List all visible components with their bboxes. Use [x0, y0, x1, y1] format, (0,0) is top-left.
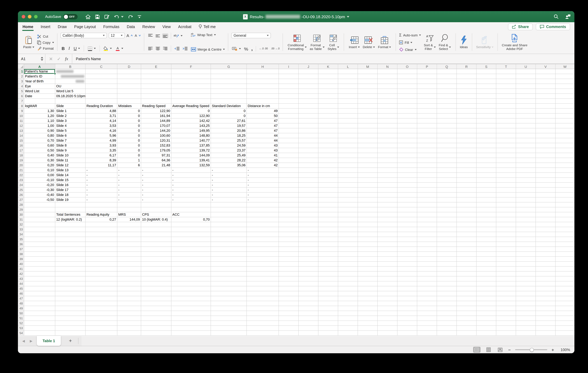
- cell-T27[interactable]: [496, 197, 516, 202]
- cell-W3[interactable]: [556, 79, 574, 84]
- autosave-toggle[interactable]: OFF: [63, 14, 77, 19]
- cell-D13[interactable]: 0: [117, 128, 141, 133]
- cell-Q16[interactable]: [437, 143, 457, 148]
- cell-C1[interactable]: [85, 69, 117, 74]
- cell-O4[interactable]: [398, 84, 417, 89]
- cell-L19[interactable]: [338, 158, 358, 163]
- cell-F1[interactable]: [171, 69, 211, 74]
- select-all-corner[interactable]: [18, 64, 24, 69]
- cell-M16[interactable]: [358, 143, 378, 148]
- cell-L4[interactable]: [338, 84, 358, 89]
- minimize-window-button[interactable]: [28, 15, 32, 19]
- cell-D31[interactable]: 144,09: [117, 217, 141, 222]
- column-header-C[interactable]: C: [85, 64, 117, 69]
- cell-M52[interactable]: [358, 321, 378, 326]
- cell-K18[interactable]: [318, 153, 338, 158]
- cell-S43[interactable]: [476, 276, 496, 281]
- cell-T21[interactable]: [496, 168, 516, 173]
- cell-Q3[interactable]: [437, 79, 457, 84]
- cell-L50[interactable]: [338, 311, 358, 316]
- insert-cells-button[interactable]: Insert: [347, 35, 361, 49]
- cell-V32[interactable]: [536, 222, 556, 227]
- cell-F37[interactable]: [171, 247, 211, 252]
- row-header-47[interactable]: 47: [18, 296, 24, 301]
- cell-P33[interactable]: [417, 227, 437, 232]
- search-icon[interactable]: [554, 14, 559, 19]
- cell-O40[interactable]: [398, 262, 417, 267]
- cell-P25[interactable]: [417, 188, 437, 192]
- row-header-45[interactable]: 45: [18, 286, 24, 291]
- cell-O27[interactable]: [398, 197, 417, 202]
- cell-A5[interactable]: Word List: [24, 89, 55, 94]
- cell-F51[interactable]: [171, 316, 211, 321]
- cell-I38[interactable]: [279, 252, 299, 257]
- cell-W54[interactable]: [556, 331, 574, 336]
- cell-R19[interactable]: [457, 158, 476, 163]
- cell-U22[interactable]: [516, 173, 536, 178]
- cell-V35[interactable]: [536, 237, 556, 242]
- cell-L26[interactable]: [338, 192, 358, 197]
- cell-R5[interactable]: [457, 89, 476, 94]
- cell-C43[interactable]: [85, 276, 117, 281]
- cell-W26[interactable]: [556, 192, 574, 197]
- cell-A18[interactable]: 0,40: [24, 153, 55, 158]
- cell-G44[interactable]: [211, 281, 247, 286]
- cell-W36[interactable]: [556, 242, 574, 247]
- cell-D49[interactable]: [117, 306, 141, 311]
- row-header-30[interactable]: 30: [18, 212, 24, 217]
- cell-K13[interactable]: [318, 128, 338, 133]
- cell-W25[interactable]: [556, 188, 574, 192]
- find-select-button[interactable]: Find & Select: [437, 33, 452, 51]
- cell-K3[interactable]: [318, 79, 338, 84]
- cell-N21[interactable]: [378, 168, 398, 173]
- cell-R35[interactable]: [457, 237, 476, 242]
- cell-E32[interactable]: [141, 222, 171, 227]
- cell-K25[interactable]: [318, 188, 338, 192]
- cell-M6[interactable]: [358, 94, 378, 99]
- cell-G32[interactable]: [211, 222, 247, 227]
- cell-M12[interactable]: [358, 123, 378, 128]
- cell-F14[interactable]: 148,80: [171, 133, 211, 138]
- cell-A32[interactable]: [24, 222, 55, 227]
- cell-A42[interactable]: [24, 272, 55, 276]
- cell-B53[interactable]: [55, 326, 85, 331]
- cell-Q47[interactable]: [437, 296, 457, 301]
- cell-B40[interactable]: [55, 262, 85, 267]
- cell-S17[interactable]: [476, 148, 496, 153]
- cell-V14[interactable]: [536, 133, 556, 138]
- cell-R3[interactable]: [457, 79, 476, 84]
- cell-M4[interactable]: [358, 84, 378, 89]
- save-icon[interactable]: [95, 14, 100, 19]
- format-cells-button[interactable]: Format: [377, 35, 393, 49]
- cell-J15[interactable]: [299, 138, 318, 143]
- row-header-17[interactable]: 17: [18, 148, 24, 153]
- cell-M53[interactable]: [358, 326, 378, 331]
- cell-N3[interactable]: [378, 79, 398, 84]
- cell-P13[interactable]: [417, 128, 437, 133]
- cell-C6[interactable]: [85, 94, 117, 99]
- italic-button[interactable]: I: [68, 46, 70, 51]
- cell-A31[interactable]: [24, 217, 55, 222]
- cell-V28[interactable]: [536, 202, 556, 207]
- cell-P20[interactable]: [417, 163, 437, 168]
- cell-I44[interactable]: [279, 281, 299, 286]
- cell-O7[interactable]: [398, 99, 417, 104]
- cell-I31[interactable]: [279, 217, 299, 222]
- cell-S5[interactable]: [476, 89, 496, 94]
- cell-O30[interactable]: [398, 212, 417, 217]
- cell-C36[interactable]: [85, 242, 117, 247]
- cell-A52[interactable]: [24, 321, 55, 326]
- cell-I54[interactable]: [279, 331, 299, 336]
- cell-H54[interactable]: [247, 331, 279, 336]
- cell-D19[interactable]: 1: [117, 158, 141, 163]
- cell-Q46[interactable]: [437, 291, 457, 296]
- cell-Q9[interactable]: [437, 109, 457, 113]
- row-header-1[interactable]: 1: [18, 69, 24, 74]
- cell-Q5[interactable]: [437, 89, 457, 94]
- cell-A11[interactable]: 1,10: [24, 119, 55, 123]
- cell-K8[interactable]: [318, 104, 338, 109]
- cell-E50[interactable]: [141, 311, 171, 316]
- cell-C45[interactable]: [85, 286, 117, 291]
- cell-A51[interactable]: [24, 316, 55, 321]
- cell-W9[interactable]: [556, 109, 574, 113]
